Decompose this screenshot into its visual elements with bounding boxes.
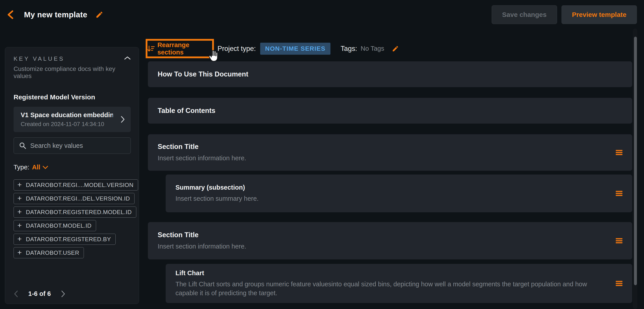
pagination-next-icon[interactable] bbox=[61, 290, 66, 298]
subsection-title: Lift Chart bbox=[176, 270, 608, 277]
edit-tags-pencil-icon[interactable] bbox=[392, 45, 399, 52]
model-version-created: Created on 2024-11-07 14:34:10 bbox=[21, 121, 113, 128]
plus-icon: + bbox=[17, 235, 22, 242]
subsection-description: The Lift Chart sorts and groups numeric … bbox=[176, 280, 608, 298]
registered-model-version-card[interactable]: V1 Space education embeddin... Created o… bbox=[14, 107, 131, 132]
search-icon bbox=[19, 142, 26, 149]
registered-model-version-label: Registered Model Version bbox=[14, 93, 131, 101]
preview-template-button[interactable]: Preview template bbox=[562, 5, 637, 24]
page-title: My new template bbox=[24, 10, 88, 19]
key-value-chip[interactable]: +DATAROBOT.REGISTERED.MODEL.ID bbox=[14, 206, 136, 218]
chevron-right-icon bbox=[120, 116, 125, 123]
template-editor-page: My new template Save changes Preview tem… bbox=[0, 0, 644, 309]
key-value-chip[interactable]: +DATAROBOT.USER bbox=[14, 247, 84, 258]
document-meta-row: Project type: NON-TIME SERIES Tags: No T… bbox=[218, 39, 399, 58]
drag-handle-menu-icon[interactable] bbox=[616, 149, 622, 156]
plus-icon: + bbox=[17, 194, 22, 202]
top-bar-actions: Save changes Preview template bbox=[492, 5, 637, 24]
chip-label: DATAROBOT.USER bbox=[26, 250, 79, 256]
back-icon[interactable] bbox=[7, 10, 14, 19]
pagination-label: 1-6 of 6 bbox=[28, 290, 51, 298]
drag-handle-menu-icon[interactable] bbox=[616, 238, 622, 244]
sort-arrow-icon bbox=[148, 45, 155, 52]
chip-label: DATAROBOT.MODEL.ID bbox=[26, 222, 92, 229]
model-version-name: V1 Space education embeddin... bbox=[21, 111, 113, 119]
key-values-panel: KEY VALUES Customize compliance docs wit… bbox=[5, 47, 139, 304]
save-changes-button[interactable]: Save changes bbox=[492, 5, 557, 24]
edit-title-pencil-icon[interactable] bbox=[96, 11, 104, 19]
tags-value: No Tags bbox=[361, 45, 384, 52]
section-card[interactable]: Section Title Insert section information… bbox=[148, 222, 632, 260]
section-title: Section Title bbox=[158, 143, 608, 151]
project-type-badge: NON-TIME SERIES bbox=[260, 43, 330, 55]
subsection-description: Insert section summary here. bbox=[176, 194, 608, 203]
section-description: Insert section information here. bbox=[158, 154, 608, 162]
chip-label: DATAROBOT.REGI...DEL.VERSION.ID bbox=[26, 195, 130, 202]
section-description: Insert section information here. bbox=[158, 242, 608, 251]
rearrange-highlight-box: Rearrange sections bbox=[146, 39, 214, 58]
key-value-chip[interactable]: +DATAROBOT.REGISTERED.BY bbox=[14, 234, 116, 245]
key-value-chip[interactable]: +DATAROBOT.REGI...DEL.VERSION.ID bbox=[14, 193, 134, 204]
top-bar: My new template Save changes Preview tem… bbox=[0, 0, 644, 29]
plus-icon: + bbox=[17, 208, 22, 216]
subsection-title: Summary (subsection) bbox=[176, 184, 608, 191]
key-values-title: KEY VALUES bbox=[14, 55, 64, 62]
plus-icon: + bbox=[17, 181, 22, 188]
subsection-card[interactable]: Summary (subsection) Insert section summ… bbox=[166, 174, 632, 212]
section-title: Table of Contents bbox=[158, 107, 608, 115]
project-type-label: Project type: bbox=[218, 45, 256, 53]
chip-label: DATAROBOT.REGISTERED.MODEL.ID bbox=[26, 209, 132, 216]
chip-label: DATAROBOT.REGISTERED.BY bbox=[26, 236, 111, 243]
plus-icon: + bbox=[17, 222, 22, 229]
subsection-card-lift-chart[interactable]: Lift Chart The Lift Chart sorts and grou… bbox=[166, 264, 632, 303]
type-filter-row: Type: All bbox=[14, 164, 131, 171]
type-filter-value: All bbox=[32, 164, 40, 171]
type-filter-label: Type: bbox=[14, 164, 29, 171]
section-title: How To Use This Document bbox=[158, 70, 608, 78]
key-values-subtitle: Customize compliance docs with key value… bbox=[14, 65, 131, 80]
drag-handle-menu-icon[interactable] bbox=[616, 280, 622, 287]
rearrange-sections-button[interactable]: Rearrange sections bbox=[148, 41, 212, 56]
pagination: 1-6 of 6 bbox=[14, 290, 66, 298]
pagination-prev-icon[interactable] bbox=[14, 290, 18, 298]
type-filter-dropdown[interactable]: All bbox=[32, 164, 48, 171]
rearrange-sections-label: Rearrange sections bbox=[158, 41, 212, 56]
scrollbar-thumb[interactable] bbox=[634, 37, 637, 285]
section-card-how-to-use[interactable]: How To Use This Document bbox=[148, 61, 632, 87]
section-card-table-of-contents[interactable]: Table of Contents bbox=[148, 98, 632, 124]
section-card[interactable]: Section Title Insert section information… bbox=[148, 134, 632, 171]
section-title: Section Title bbox=[158, 231, 608, 239]
search-key-values-box bbox=[14, 138, 131, 154]
drag-handle-menu-icon[interactable] bbox=[616, 190, 622, 197]
search-key-values-input[interactable] bbox=[30, 142, 125, 150]
chevron-up-icon[interactable] bbox=[124, 56, 131, 60]
key-values-header: KEY VALUES bbox=[14, 55, 131, 62]
key-value-chip[interactable]: +DATAROBOT.REGI....MODEL.VERSION bbox=[14, 180, 138, 190]
key-value-chip-list: +DATAROBOT.REGI....MODEL.VERSION +DATARO… bbox=[14, 180, 131, 258]
key-value-chip[interactable]: +DATAROBOT.MODEL.ID bbox=[14, 220, 96, 231]
chevron-down-icon bbox=[42, 166, 48, 169]
tags-label: Tags: bbox=[341, 45, 357, 53]
chip-label: DATAROBOT.REGI....MODEL.VERSION bbox=[26, 182, 134, 188]
plus-icon: + bbox=[17, 248, 22, 256]
